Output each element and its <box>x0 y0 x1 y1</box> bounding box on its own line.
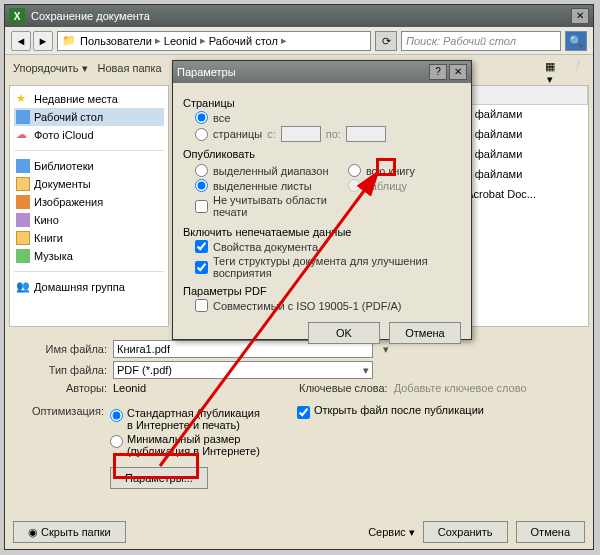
new-folder-button[interactable]: Новая папка <box>98 62 162 74</box>
sidebar-item-icloud[interactable]: ☁Фото iCloud <box>14 126 164 144</box>
breadcrumb-part[interactable]: Leonid <box>164 35 197 47</box>
app-icon: X <box>9 8 25 24</box>
np-tags-checkbox[interactable] <box>195 261 208 274</box>
search-go-button[interactable]: 🔍 <box>565 31 587 51</box>
books-icon <box>16 231 30 245</box>
recent-icon: ★ <box>16 92 30 106</box>
close-button[interactable]: ✕ <box>571 8 589 24</box>
opt-minimum-radio[interactable] <box>110 435 123 448</box>
video-icon <box>16 213 30 227</box>
save-button[interactable]: Сохранить <box>423 521 508 543</box>
np-props-checkbox[interactable] <box>195 240 208 253</box>
sidebar-item-desktop[interactable]: Рабочий стол <box>14 108 164 126</box>
desktop-icon <box>16 110 30 124</box>
documents-icon <box>16 177 30 191</box>
sidebar-item-video[interactable]: Кино <box>14 211 164 229</box>
sidebar: ★Недавние места Рабочий стол ☁Фото iClou… <box>9 85 169 327</box>
forward-button[interactable]: ► <box>33 31 53 51</box>
pages-group-label: Страницы <box>183 97 461 109</box>
sidebar-item-documents[interactable]: Документы <box>14 175 164 193</box>
pages-range-radio[interactable] <box>195 128 208 141</box>
cancel-button[interactable]: Отмена <box>516 521 585 543</box>
library-icon <box>16 159 30 173</box>
opt-standard-radio[interactable] <box>110 409 123 422</box>
filetype-label: Тип файла: <box>17 364 107 376</box>
nav-row: ◄ ► 📁 Пользователи▸ Leonid▸ Рабочий стол… <box>5 27 593 55</box>
hide-folders-button[interactable]: ◉ Скрыть папки <box>13 521 126 543</box>
breadcrumb-part[interactable]: Пользователи <box>80 35 152 47</box>
sidebar-item-libraries[interactable]: Библиотеки <box>14 157 164 175</box>
options-cancel-button[interactable]: Отмена <box>389 322 461 344</box>
bottom-panel: Имя файла: ▾ Тип файла: PDF (*.pdf)▾ Авт… <box>5 331 593 498</box>
breadcrumb[interactable]: 📁 Пользователи▸ Leonid▸ Рабочий стол▸ <box>57 31 371 51</box>
back-button[interactable]: ◄ <box>11 31 31 51</box>
pdf-group-label: Параметры PDF <box>183 285 461 297</box>
titlebar: X Сохранение документа ✕ <box>5 5 593 27</box>
tools-menu[interactable]: Сервис ▾ <box>368 526 415 539</box>
options-button[interactable]: Параметры... <box>110 467 208 489</box>
options-close-button[interactable]: ✕ <box>449 64 467 80</box>
nonprint-group-label: Включить непечатаемые данные <box>183 226 461 238</box>
pages-to-input[interactable] <box>346 126 386 142</box>
sidebar-item-recent[interactable]: ★Недавние места <box>14 90 164 108</box>
options-title: Параметры <box>177 66 427 78</box>
authors-label: Авторы: <box>17 382 107 394</box>
view-button[interactable]: ▦ ▾ <box>541 60 559 76</box>
pages-all-radio[interactable] <box>195 111 208 124</box>
authors-value[interactable]: Leonid <box>113 382 263 394</box>
options-ok-button[interactable]: OK <box>308 322 380 344</box>
sidebar-item-books[interactable]: Книги <box>14 229 164 247</box>
filename-dropdown[interactable]: ▾ <box>383 343 389 356</box>
folder-icon: 📁 <box>62 34 76 47</box>
pub-range-radio[interactable] <box>195 164 208 177</box>
optimization-label: Оптимизация: <box>17 405 104 417</box>
window-title: Сохранение документа <box>31 10 569 22</box>
sidebar-item-pictures[interactable]: Изображения <box>14 193 164 211</box>
pub-ignoreprint-checkbox[interactable] <box>195 200 208 213</box>
pdf-iso-checkbox[interactable] <box>195 299 208 312</box>
options-dialog: Параметры ? ✕ Страницы все страницы с: п… <box>172 60 472 340</box>
help-button[interactable]: ❔ <box>567 60 585 76</box>
cloud-icon: ☁ <box>16 128 30 142</box>
pub-book-radio[interactable] <box>348 164 361 177</box>
open-after-checkbox[interactable] <box>297 406 310 419</box>
options-help-button[interactable]: ? <box>429 64 447 80</box>
organize-menu[interactable]: Упорядочить ▾ <box>13 62 88 75</box>
pages-from-input[interactable] <box>281 126 321 142</box>
filename-label: Имя файла: <box>17 343 107 355</box>
homegroup-icon: 👥 <box>16 280 30 294</box>
options-titlebar: Параметры ? ✕ <box>173 61 471 83</box>
music-icon <box>16 249 30 263</box>
publish-group-label: Опубликовать <box>183 148 461 160</box>
pub-table-radio[interactable] <box>348 179 361 192</box>
footer: ◉ Скрыть папки Сервис ▾ Сохранить Отмена <box>13 521 585 543</box>
keywords-label: Ключевые слова: <box>299 382 388 394</box>
search-input[interactable]: Поиск: Рабочий стол <box>401 31 561 51</box>
pictures-icon <box>16 195 30 209</box>
filetype-select[interactable]: PDF (*.pdf)▾ <box>113 361 373 379</box>
breadcrumb-part[interactable]: Рабочий стол <box>209 35 278 47</box>
refresh-button[interactable]: ⟳ <box>375 31 397 51</box>
keywords-value[interactable]: Добавьте ключевое слово <box>394 382 527 394</box>
sidebar-item-music[interactable]: Музыка <box>14 247 164 265</box>
pub-sheets-radio[interactable] <box>195 179 208 192</box>
sidebar-item-homegroup[interactable]: 👥Домашняя группа <box>14 278 164 296</box>
